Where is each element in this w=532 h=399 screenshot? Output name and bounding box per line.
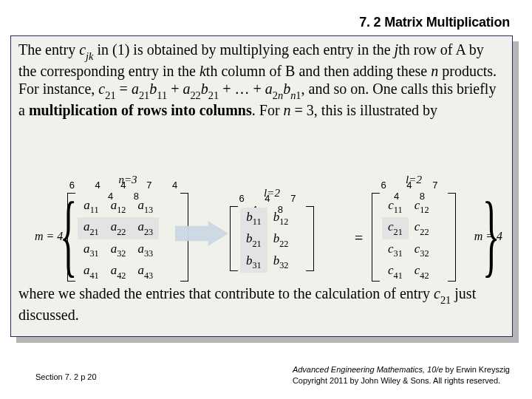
table-row: b11b12: [240, 208, 294, 229]
sub-21: 21: [105, 89, 115, 101]
bracket-left-icon: [372, 193, 380, 282]
sub-jk: jk: [86, 50, 93, 62]
content-panel: The entry cjk in (1) is obtained by mult…: [10, 35, 513, 337]
text-frag: The entry: [18, 41, 79, 58]
bracket-left-icon: [230, 206, 238, 271]
table-row-shaded: a21a22a23: [78, 217, 159, 239]
text-frag: . For: [252, 102, 284, 118]
footer-section-page: Section 7. 2 p 20: [35, 372, 97, 381]
sub-1: 1: [296, 89, 301, 101]
bracket-right-icon: [448, 193, 456, 282]
copyright-line: Copyright 2011 by John Wiley & Sons. All…: [293, 376, 500, 385]
var-n: n: [431, 63, 438, 79]
table-row: a41a42a43: [78, 261, 159, 282]
matrix-illustration: m = 4 { n=3 6 4 4 7 4 4 8 a11a12a13 a21a…: [55, 171, 469, 282]
table-row: a31a32a33: [78, 239, 159, 261]
sub-21: 21: [139, 89, 149, 101]
text-frag: where we shaded the entries that contrib…: [18, 285, 434, 301]
matrix-a: n=3 6 4 4 7 4 4 8 a11a12a13 a21a22a23 a3…: [69, 193, 187, 282]
var-c21: c: [98, 81, 105, 97]
explanation-text: The entry cjk in (1) is obtained by mult…: [18, 41, 505, 119]
var-bn1: b: [283, 81, 290, 97]
var-a2n: a: [265, 81, 273, 97]
sub-11: 11: [157, 89, 167, 101]
table-row: b21b22: [240, 229, 294, 250]
matrix-c: l=2 6 4 7 4 8 c11c12 c21c22 c31c32 c41c4…: [373, 193, 454, 282]
sub-2: 2: [273, 89, 278, 101]
matrix-b: l=2 6 4 7 4 8 b11b12 b21b22 b31b32: [231, 206, 313, 271]
var-a22: a: [183, 81, 190, 97]
text-frag: in (1) is obtained by multiplying each e…: [93, 41, 394, 58]
bracket-left-icon: [67, 193, 75, 282]
var-k: k: [200, 63, 206, 79]
var-c21: c: [434, 285, 440, 301]
sub-n: n: [278, 89, 283, 101]
section-header: 7. 2 Matrix Multiplication: [359, 15, 510, 30]
text-dots: + … +: [219, 81, 265, 97]
text-plus: +: [167, 81, 183, 97]
sub-21: 21: [440, 294, 451, 306]
text-eq: =: [116, 81, 132, 97]
text-frag: = 3, this is illustrated by: [291, 102, 438, 118]
table-row: c21c22: [382, 217, 435, 239]
sub-21: 21: [208, 89, 219, 101]
var-c: c: [79, 41, 86, 58]
table-row: c41c42: [382, 261, 435, 282]
equals-sign: =: [355, 230, 363, 247]
book-title: Advanced Engineering Mathematics, 10/e: [293, 365, 443, 374]
var-n: n: [284, 102, 291, 118]
text-frag: th column of B and then adding these: [206, 63, 431, 79]
footer-attribution: Advanced Engineering Mathematics, 10/e b…: [293, 364, 510, 386]
right-dim-label: m = 4: [474, 230, 502, 243]
left-dim-label: m = 4: [35, 230, 63, 243]
table-row: a11a12a13: [78, 196, 159, 217]
bold-phrase: multiplication of rows into columns: [29, 102, 252, 118]
table-row: c11c12: [382, 196, 435, 217]
table-row: b31b32: [240, 251, 294, 273]
var-b11: b: [149, 81, 157, 97]
table-row: c31c32: [382, 239, 435, 261]
var-b21: b: [201, 81, 208, 97]
sub-22: 22: [190, 89, 200, 101]
bracket-right-icon: [306, 206, 314, 271]
closing-text: where we shaded the entries that contrib…: [18, 284, 505, 324]
var-a21: a: [132, 81, 139, 97]
author-name: by Erwin Kreyszig: [443, 365, 510, 374]
